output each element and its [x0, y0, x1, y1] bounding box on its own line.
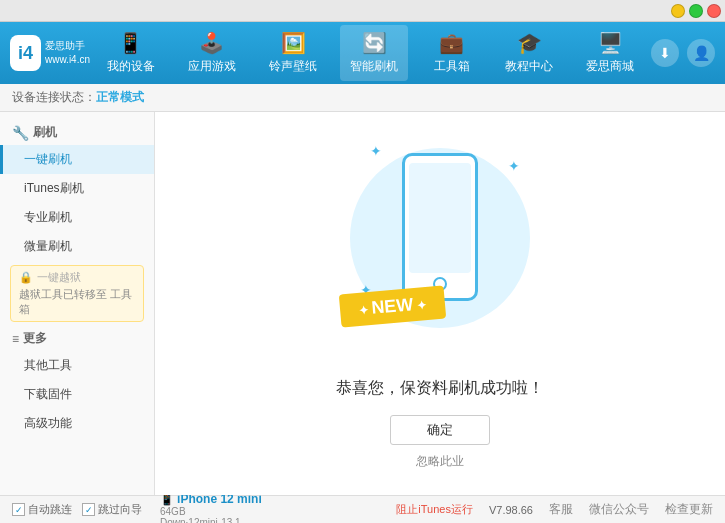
top-nav: i4 爱思助手 www.i4.cn 📱 我的设备 🕹️ 应用游戏 🖼️ 铃声壁纸…: [0, 22, 725, 84]
sidebar-section-title-flash: 🔧 刷机: [0, 120, 154, 145]
nav-label-mall: 爱思商城: [586, 58, 634, 75]
nav-item-tutorials[interactable]: 🎓 教程中心: [495, 25, 563, 81]
device-storage: 64GB: [160, 506, 262, 517]
minimize-button[interactable]: [671, 4, 685, 18]
nav-item-my-device[interactable]: 📱 我的设备: [97, 25, 165, 81]
flash-section-icon: 🔧: [12, 125, 29, 141]
sidebar-section-flash: 🔧 刷机 一键刷机 iTunes刷机 专业刷机 微量刷机: [0, 120, 154, 261]
apps-icon: 🕹️: [199, 31, 224, 55]
nav-item-toolbox[interactable]: 💼 工具箱: [422, 25, 482, 81]
nav-right: ⬇ 👤: [651, 39, 715, 67]
app-version: V7.98.66: [489, 504, 533, 516]
nav-item-mall[interactable]: 🖥️ 爱思商城: [576, 25, 644, 81]
nav-label-tutorials: 教程中心: [505, 58, 553, 75]
nav-item-apps-games[interactable]: 🕹️ 应用游戏: [178, 25, 246, 81]
title-bar: [0, 0, 725, 22]
sidebar-item-other-tools[interactable]: 其他工具: [0, 351, 154, 380]
nav-items: 📱 我的设备 🕹️ 应用游戏 🖼️ 铃声壁纸 🔄 智能刷机 💼 工具箱 🎓 教程…: [90, 25, 651, 81]
success-message: 恭喜您，保资料刷机成功啦！: [336, 378, 544, 399]
skip-link[interactable]: 忽略此业: [416, 453, 464, 470]
check-update-link[interactable]: 检查更新: [665, 501, 713, 518]
sidebar-more-label: 更多: [23, 330, 47, 347]
nav-label-toolbox: 工具箱: [434, 58, 470, 75]
ringtones-icon: 🖼️: [281, 31, 306, 55]
sidebar-more-header: ≡ 更多: [0, 326, 154, 351]
sidebar-item-pro-flash[interactable]: 专业刷机: [0, 203, 154, 232]
confirm-button[interactable]: 确定: [390, 415, 490, 445]
customer-service-link[interactable]: 客服: [549, 501, 573, 518]
nav-item-ringtones[interactable]: 🖼️ 铃声壁纸: [259, 25, 327, 81]
logo-text: 爱思助手 www.i4.cn: [45, 39, 90, 67]
notice-title: 一键越狱: [37, 270, 81, 285]
main-layout: 🔧 刷机 一键刷机 iTunes刷机 专业刷机 微量刷机 🔒 一键越狱 越狱工具…: [0, 112, 725, 495]
smart-shop-icon: 🔄: [362, 31, 387, 55]
nav-label-my-device: 我的设备: [107, 58, 155, 75]
tutorials-icon: 🎓: [517, 31, 542, 55]
notice-text: 越狱工具已转移至 工具箱: [19, 287, 135, 317]
bottom-bar: ✓ 自动跳连 ✓ 跳过向导 📱 iPhone 12 mini 64GB Down…: [0, 495, 725, 523]
sidebar-item-micro-flash[interactable]: 微量刷机: [0, 232, 154, 261]
device-info: 📱 iPhone 12 mini 64GB Down·12mini-13,1: [160, 492, 262, 524]
more-icon: ≡: [12, 332, 19, 346]
bottom-left: ✓ 自动跳连 ✓ 跳过向导 📱 iPhone 12 mini 64GB Down…: [12, 492, 396, 524]
auto-jump-checkbox[interactable]: ✓ 自动跳连: [12, 502, 72, 517]
sidebar-item-download-firmware[interactable]: 下载固件: [0, 380, 154, 409]
wechat-link[interactable]: 微信公众号: [589, 501, 649, 518]
status-value: 正常模式: [96, 89, 144, 106]
auto-jump-label: 自动跳连: [28, 502, 72, 517]
itunes-status: 阻止iTunes运行: [396, 502, 473, 517]
download-button[interactable]: ⬇: [651, 39, 679, 67]
skip-wizard-checkbox[interactable]: ✓ 跳过向导: [82, 502, 142, 517]
phone-body: [402, 153, 478, 301]
device-version: Down·12mini-13,1: [160, 517, 262, 524]
status-prefix: 设备连接状态：: [12, 89, 96, 106]
main-content: ✦ ✦ ✦ NEW 恭喜您，保资料刷机成功啦！ 确定 忽略此业: [155, 112, 725, 495]
auto-jump-checkmark: ✓: [12, 503, 25, 516]
device-icon: 📱: [118, 31, 143, 55]
logo-icon: i4: [10, 35, 41, 71]
phone-illustration: ✦ ✦ ✦ NEW: [350, 138, 530, 358]
sidebar-item-one-click[interactable]: 一键刷机: [0, 145, 154, 174]
nav-label-ringtones: 铃声壁纸: [269, 58, 317, 75]
close-button[interactable]: [707, 4, 721, 18]
sidebar-notice: 🔒 一键越狱 越狱工具已转移至 工具箱: [10, 265, 144, 322]
status-bar: 设备连接状态： 正常模式: [0, 84, 725, 112]
bottom-right: 阻止iTunes运行 V7.98.66 客服 微信公众号 检查更新: [396, 501, 713, 518]
mall-icon: 🖥️: [598, 31, 623, 55]
skip-wizard-checkmark: ✓: [82, 503, 95, 516]
sparkle-icon-2: ✦: [508, 158, 520, 174]
maximize-button[interactable]: [689, 4, 703, 18]
lock-icon: 🔒: [19, 271, 33, 284]
sparkle-icon-1: ✦: [370, 143, 382, 159]
nav-item-smart-shop[interactable]: 🔄 智能刷机: [340, 25, 408, 81]
sidebar-item-itunes-flash[interactable]: iTunes刷机: [0, 174, 154, 203]
nav-label-smart-shop: 智能刷机: [350, 58, 398, 75]
skip-wizard-label: 跳过向导: [98, 502, 142, 517]
logo-char: i4: [18, 43, 33, 64]
sidebar: 🔧 刷机 一键刷机 iTunes刷机 专业刷机 微量刷机 🔒 一键越狱 越狱工具…: [0, 112, 155, 495]
toolbox-icon: 💼: [439, 31, 464, 55]
user-button[interactable]: 👤: [687, 39, 715, 67]
nav-label-apps-games: 应用游戏: [188, 58, 236, 75]
sidebar-item-advanced[interactable]: 高级功能: [0, 409, 154, 438]
logo: i4 爱思助手 www.i4.cn: [10, 35, 90, 71]
phone-screen: [409, 163, 471, 273]
sidebar-section-label-flash: 刷机: [33, 124, 57, 141]
